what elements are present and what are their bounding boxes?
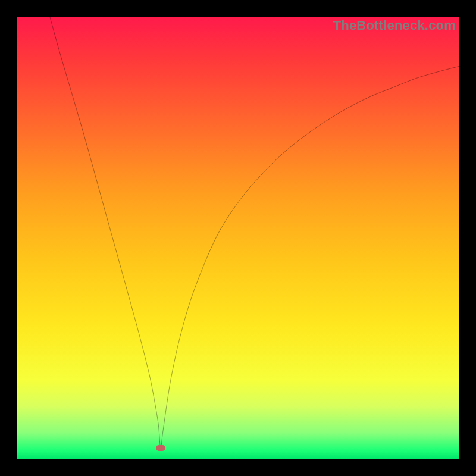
chart-frame: TheBottleneck.com	[0, 0, 476, 476]
bottleneck-curve-path	[50, 17, 459, 449]
curve-svg	[17, 17, 459, 459]
minimum-marker	[156, 445, 165, 451]
plot-area: TheBottleneck.com	[17, 17, 459, 459]
